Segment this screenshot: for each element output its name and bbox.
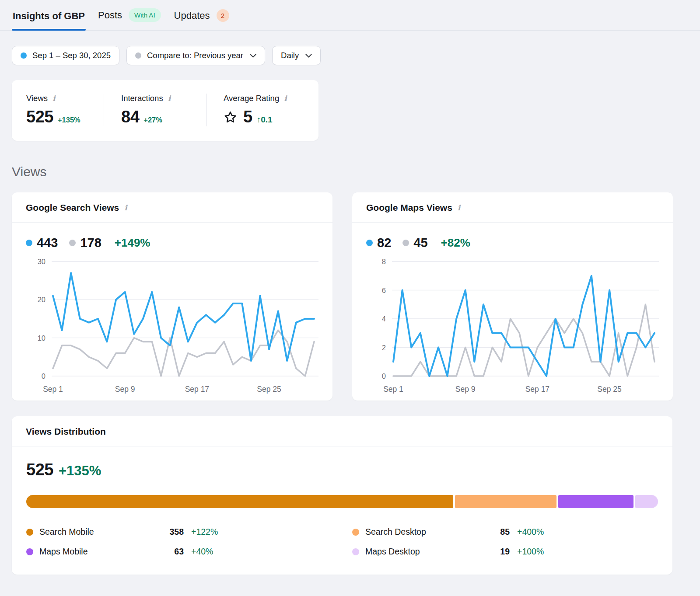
current-period-dot <box>21 52 27 59</box>
chart-legend: 443 178 +149% <box>26 236 318 250</box>
search-mobile-dot <box>26 529 33 536</box>
granularity-dropdown[interactable]: Daily <box>272 46 321 65</box>
views-section-title: Views <box>12 164 700 179</box>
series-line-previous <box>53 330 314 376</box>
x-axis-tick-label: Sep 9 <box>115 385 135 394</box>
tab-insights-of-gbp[interactable]: Insights of GBP <box>12 10 86 30</box>
card-title: Google Search Views <box>26 202 119 213</box>
average-rating-value: 5 <box>243 108 252 126</box>
legend-value: 358 <box>145 527 184 537</box>
date-range-label: Sep 1 – Sep 30, 2025 <box>32 51 111 60</box>
series-line-current <box>393 276 654 376</box>
compare-to-dropdown[interactable]: Compare to: Previous year <box>126 46 265 65</box>
views-value: 525 <box>26 108 53 126</box>
previous-series-dot <box>69 240 76 246</box>
summary-average-rating: Average Rating 5 ↑0.1 <box>206 94 318 126</box>
interactions-label: Interactions <box>121 94 163 103</box>
chevron-down-icon <box>250 54 256 58</box>
bar-segment-maps-desktop[interactable] <box>635 495 658 508</box>
tab-updates[interactable]: Updates 2 <box>173 9 230 30</box>
info-icon[interactable] <box>458 204 460 212</box>
x-axis-tick-label: Sep 1 <box>383 385 403 394</box>
star-icon <box>224 111 237 124</box>
search-views-line-chart[interactable]: 0102030Sep 1Sep 9Sep 17Sep 25 <box>26 254 318 396</box>
date-range-picker[interactable]: Sep 1 – Sep 30, 2025 <box>12 46 119 65</box>
tab-label: Insights of GBP <box>13 10 85 22</box>
current-total: 82 <box>377 236 391 250</box>
change-percent: +149% <box>115 236 150 250</box>
tab-posts[interactable]: Posts With AI <box>97 8 162 30</box>
google-maps-views-card: Google Maps Views 82 45 +82% 02468Sep 1S… <box>352 192 673 401</box>
bar-segment-search-desktop[interactable] <box>455 495 556 508</box>
legend-row-maps-mobile: Maps Mobile 63 +40% <box>26 542 352 561</box>
legend-row-search-desktop: Search Desktop 85 +400% <box>352 522 658 542</box>
summary-views: Views 525 +135% <box>12 94 104 126</box>
average-rating-delta: ↑0.1 <box>257 115 273 125</box>
info-icon[interactable] <box>52 95 55 102</box>
summary-card: Views 525 +135% Interactions 84 +27% Ave… <box>12 80 318 141</box>
x-axis-tick-label: Sep 17 <box>185 385 209 394</box>
y-axis-tick-label: 4 <box>382 315 386 323</box>
tab-bar: Insights of GBP Posts With AI Updates 2 <box>0 0 700 31</box>
legend-delta: +122% <box>191 527 352 537</box>
legend-value: 85 <box>471 527 510 537</box>
y-axis-tick-label: 0 <box>382 372 386 380</box>
interactions-value: 84 <box>121 108 139 126</box>
x-axis-tick-label: Sep 25 <box>597 385 621 394</box>
y-axis-tick-label: 0 <box>42 372 46 380</box>
filter-row: Sep 1 – Sep 30, 2025 Compare to: Previou… <box>12 46 688 65</box>
info-icon[interactable] <box>168 95 171 102</box>
y-axis-tick-label: 6 <box>382 286 386 294</box>
change-percent: +82% <box>441 236 470 250</box>
previous-total: 178 <box>80 236 101 250</box>
previous-period-dot <box>135 52 141 59</box>
y-axis-tick-label: 30 <box>38 258 46 265</box>
total-views-delta: +135% <box>59 463 101 479</box>
charts-row: Google Search Views 443 178 +149% 010203… <box>12 192 688 401</box>
legend-label: Search Mobile <box>39 527 145 537</box>
legend-label: Maps Desktop <box>365 547 471 557</box>
bar-segment-search-mobile[interactable] <box>26 495 453 508</box>
legend-delta: +100% <box>517 547 658 557</box>
info-icon[interactable] <box>284 95 287 102</box>
y-axis-tick-label: 20 <box>38 296 46 303</box>
y-axis-tick-label: 8 <box>382 258 386 265</box>
with-ai-badge: With AI <box>129 8 161 22</box>
maps-desktop-dot <box>352 548 359 555</box>
legend-value: 19 <box>471 547 510 557</box>
summary-interactions: Interactions 84 +27% <box>104 94 206 126</box>
x-axis-tick-label: Sep 17 <box>525 385 550 394</box>
x-axis-tick-label: Sep 9 <box>455 385 476 394</box>
total-views-value: 525 <box>26 460 53 479</box>
average-rating-label: Average Rating <box>224 94 279 103</box>
x-axis-tick-label: Sep 25 <box>257 385 281 394</box>
bar-segment-maps-mobile[interactable] <box>558 495 634 508</box>
search-desktop-dot <box>352 529 359 536</box>
y-axis-tick-label: 2 <box>382 344 386 352</box>
views-delta: +135% <box>58 116 80 124</box>
info-icon[interactable] <box>124 204 127 212</box>
legend-row-maps-desktop: Maps Desktop 19 +100% <box>352 542 658 561</box>
maps-mobile-dot <box>26 548 33 555</box>
previous-total: 45 <box>413 236 427 250</box>
distribution-stacked-bar[interactable] <box>26 495 658 508</box>
chevron-down-icon <box>305 54 312 58</box>
granularity-label: Daily <box>281 51 299 60</box>
x-axis-tick-label: Sep 1 <box>43 385 63 394</box>
legend-delta: +400% <box>517 527 658 537</box>
card-title: Views Distribution <box>26 426 106 437</box>
chart-legend: 82 45 +82% <box>366 236 659 250</box>
legend-value: 63 <box>145 547 184 557</box>
current-series-dot <box>366 240 373 246</box>
current-total: 443 <box>37 236 58 250</box>
compare-to-label: Compare to: Previous year <box>147 51 243 60</box>
legend-label: Search Desktop <box>365 527 471 537</box>
distribution-legend: Search Mobile 358 +122% Maps Mobile 63 +… <box>26 522 658 561</box>
legend-label: Maps Mobile <box>39 547 145 557</box>
series-line-current <box>53 273 314 361</box>
interactions-delta: +27% <box>144 116 162 124</box>
maps-views-line-chart[interactable]: 02468Sep 1Sep 9Sep 17Sep 25 <box>366 254 659 396</box>
tab-label: Updates <box>174 10 210 21</box>
google-search-views-card: Google Search Views 443 178 +149% 010203… <box>12 192 332 401</box>
previous-series-dot <box>402 240 409 246</box>
